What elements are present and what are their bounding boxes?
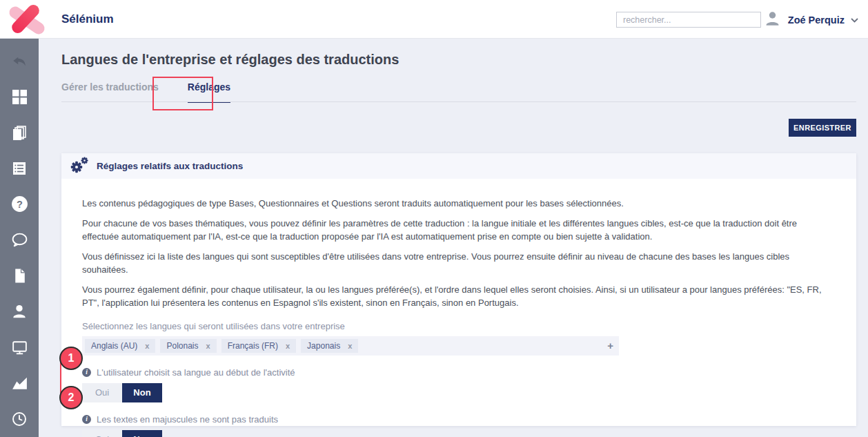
clock-icon[interactable] [0,401,39,437]
intro-paragraph: Les contenus pédagogiques de type Bases,… [82,197,836,211]
annotation-step-1: 1 [59,347,83,370]
dashboard-grid-icon[interactable] [0,79,39,115]
non-button[interactable]: Non [122,383,162,402]
sidebar-nav: ? [0,39,39,437]
language-tag: Japonais x [301,339,358,353]
app-title: Sélénium [61,12,114,26]
remove-tag-icon[interactable]: x [206,342,210,350]
settings-card: Réglages relatifs aux traductions Les co… [61,153,856,426]
pages-icon[interactable] [0,115,39,150]
tab-bar: Gérer les traductions Réglages [61,81,230,103]
toggle-user-chooses-language: i L'utilisateur choisit sa langue au déb… [82,367,836,402]
toggle-info-row: i Les textes en majuscules ne sont pas t… [82,414,836,425]
toggle-uppercase-not-translated: i Les textes en majuscules ne sont pas t… [82,414,836,437]
yes-no-toggle: Oui Non [82,430,836,437]
page-title: Langues de l'entreprise et réglages des … [61,52,399,68]
remove-tag-icon[interactable]: x [286,342,290,350]
language-tag: Anglais (AU) x [85,339,155,353]
save-button[interactable]: ENREGISTRER [789,119,856,137]
languages-tag-input[interactable]: Anglais (AU) x Polonais x Français (FR) … [82,336,619,356]
top-header: Sélénium Zoé Perquiz [0,0,868,39]
document-icon[interactable] [0,258,39,293]
annotation-step-2: 2 [59,386,83,409]
language-tag: Polonais x [160,339,216,353]
svg-text:?: ? [17,199,23,210]
toggle-label: Les textes en majuscules ne sont pas tra… [97,414,278,425]
search-input[interactable] [616,12,761,28]
chat-bubble-icon[interactable] [0,222,39,258]
chevron-down-icon [851,14,858,26]
language-tag-label: Anglais (AU) [91,341,137,351]
preferred-languages-paragraph: Vous pourrez également définir, pour cha… [82,283,836,310]
brand-logo[interactable] [8,1,46,37]
monitor-icon[interactable] [0,329,39,365]
gears-icon [70,155,89,177]
remove-tag-icon[interactable]: x [348,342,352,350]
language-tag-label: Français (FR) [228,341,278,351]
add-language-icon[interactable]: + [607,340,613,351]
tabs-divider [61,101,856,102]
oui-button[interactable]: Oui [82,383,122,402]
main-content: Langues de l'entreprise et réglages des … [39,39,868,437]
tab-gerer-les-traductions[interactable]: Gérer les traductions [61,81,159,103]
chart-icon[interactable] [0,365,39,401]
avatar-icon [763,9,782,30]
settings-card-title: Réglages relatifs aux traductions [97,161,243,171]
undo-arrow-icon[interactable] [0,43,39,79]
language-tag-label: Japonais [307,341,340,351]
non-button[interactable]: Non [122,430,162,437]
user-name: Zoé Perquiz [788,14,845,26]
settings-card-header: Réglages relatifs aux traductions [61,153,856,179]
languages-list-paragraph: Vous définissez ici la liste des langues… [82,250,836,277]
yes-no-toggle: Oui Non [82,383,836,402]
toggle-info-row: i L'utilisateur choisit sa langue au déb… [82,367,836,378]
tab-reglages[interactable]: Réglages [188,81,230,103]
list-icon[interactable] [0,150,39,186]
remove-tag-icon[interactable]: x [145,342,149,350]
settings-card-body: Les contenus pédagogiques de type Bases,… [61,179,856,437]
info-icon: i [82,415,91,424]
user-menu[interactable]: Zoé Perquiz [763,9,858,30]
language-tag: Français (FR) x [221,339,296,353]
languages-select-label: Sélectionnez les langues qui seront util… [82,321,836,331]
help-icon[interactable]: ? [0,186,39,222]
params-paragraph: Pour chacune de vos bases thématiques, v… [82,217,836,244]
info-icon: i [82,368,91,377]
language-tag-label: Polonais [166,341,198,351]
toggle-label: L'utilisateur choisit sa langue au début… [97,367,295,378]
oui-button[interactable]: Oui [82,430,122,437]
user-icon[interactable] [0,293,39,329]
